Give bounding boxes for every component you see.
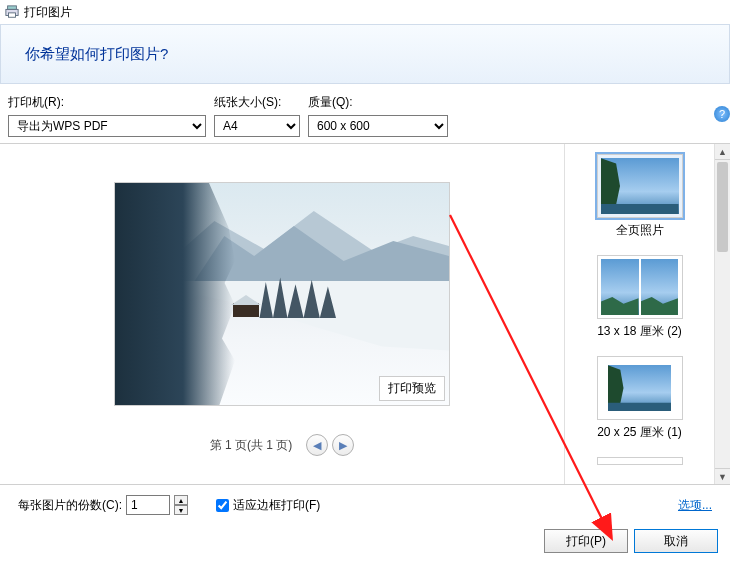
controls-row: 打印机(R): 导出为WPS PDF 纸张大小(S): A4 质量(Q): 60… bbox=[0, 84, 730, 143]
layout-item-13x18[interactable]: 13 x 18 厘米 (2) bbox=[593, 251, 687, 344]
svg-rect-0 bbox=[8, 6, 17, 10]
layout-scrollbar[interactable]: ▲ ▼ bbox=[714, 144, 730, 484]
preview-tag: 打印预览 bbox=[379, 376, 445, 401]
fit-label: 适应边框打印(F) bbox=[233, 497, 320, 514]
paper-group: 纸张大小(S): A4 bbox=[214, 94, 300, 137]
fit-frame-check[interactable]: 适应边框打印(F) bbox=[216, 497, 320, 514]
copies-down-button[interactable]: ▼ bbox=[174, 505, 188, 515]
copies-spinner: ▲ ▼ bbox=[174, 495, 188, 515]
scroll-down-icon[interactable]: ▼ bbox=[715, 468, 730, 484]
copies-input[interactable] bbox=[126, 495, 170, 515]
preview-image: 打印预览 bbox=[114, 182, 450, 406]
options-link[interactable]: 选项... bbox=[678, 497, 712, 514]
title-bar: 打印图片 bbox=[0, 0, 730, 24]
scroll-up-icon[interactable]: ▲ bbox=[715, 144, 730, 160]
printer-label: 打印机(R): bbox=[8, 94, 206, 111]
next-page-button[interactable]: ▶ bbox=[332, 434, 354, 456]
paper-label: 纸张大小(S): bbox=[214, 94, 300, 111]
prev-page-button[interactable]: ◀ bbox=[306, 434, 328, 456]
page-nav: 第 1 页(共 1 页) ◀ ▶ bbox=[210, 434, 355, 456]
layout-label: 全页照片 bbox=[616, 222, 664, 239]
svg-rect-2 bbox=[9, 13, 16, 17]
fit-checkbox[interactable] bbox=[216, 499, 229, 512]
layout-item-20x25[interactable]: 20 x 25 厘米 (1) bbox=[593, 352, 687, 445]
quality-select[interactable]: 600 x 600 bbox=[308, 115, 448, 137]
printer-select[interactable]: 导出为WPS PDF bbox=[8, 115, 206, 137]
copies-label: 每张图片的份数(C): bbox=[18, 497, 122, 514]
layout-item-full[interactable]: 全页照片 bbox=[593, 150, 687, 243]
printer-group: 打印机(R): 导出为WPS PDF bbox=[8, 94, 206, 137]
header-band: 你希望如何打印图片? bbox=[0, 24, 730, 84]
header-question: 你希望如何打印图片? bbox=[25, 45, 168, 64]
window-title: 打印图片 bbox=[24, 4, 72, 21]
layout-pane[interactable]: 全页照片 13 x 18 厘米 (2) 20 x 25 厘米 (1) bbox=[564, 144, 714, 484]
cancel-button[interactable]: 取消 bbox=[634, 529, 718, 553]
print-button[interactable]: 打印(P) bbox=[544, 529, 628, 553]
paper-select[interactable]: A4 bbox=[214, 115, 300, 137]
preview-pane: 打印预览 第 1 页(共 1 页) ◀ ▶ bbox=[0, 144, 564, 484]
printer-icon bbox=[4, 4, 20, 20]
copies-group: 每张图片的份数(C): ▲ ▼ bbox=[18, 495, 188, 515]
layout-label: 20 x 25 厘米 (1) bbox=[597, 424, 682, 441]
scroll-thumb[interactable] bbox=[717, 162, 728, 252]
main-area: 打印预览 第 1 页(共 1 页) ◀ ▶ 全页照片 13 x 18 厘米 (2… bbox=[0, 144, 730, 484]
footer: 每张图片的份数(C): ▲ ▼ 适应边框打印(F) 选项... bbox=[0, 485, 730, 523]
copies-up-button[interactable]: ▲ bbox=[174, 495, 188, 505]
mountain-scene bbox=[115, 183, 449, 405]
quality-group: 质量(Q): 600 x 600 bbox=[308, 94, 448, 137]
quality-label: 质量(Q): bbox=[308, 94, 448, 111]
layout-item-partial[interactable] bbox=[593, 453, 687, 467]
layout-label: 13 x 18 厘米 (2) bbox=[597, 323, 682, 340]
page-label: 第 1 页(共 1 页) bbox=[210, 437, 293, 454]
help-icon[interactable]: ? bbox=[714, 106, 730, 122]
action-row: 打印(P) 取消 bbox=[0, 523, 730, 563]
